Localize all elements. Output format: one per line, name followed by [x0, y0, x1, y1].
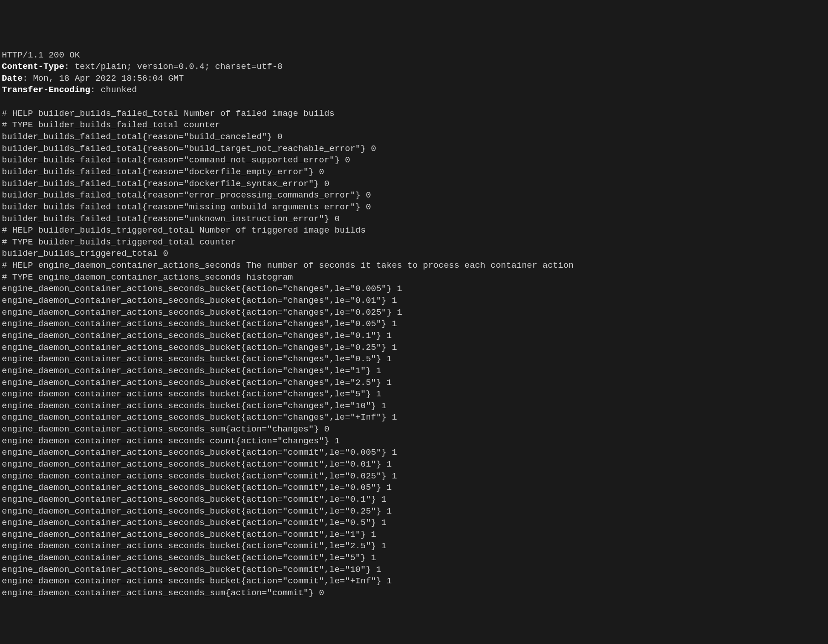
- metric-line: engine_daemon_container_actions_seconds_…: [2, 389, 826, 400]
- metric-line: engine_daemon_container_actions_seconds_…: [2, 482, 826, 494]
- metric-line: engine_daemon_container_actions_seconds_…: [2, 459, 826, 471]
- http-header-0: Content-Type: text/plain; version=0.0.4;…: [2, 61, 826, 73]
- metric-line: builder_builds_triggered_total 0: [2, 248, 826, 260]
- metric-line: engine_daemon_container_actions_seconds_…: [2, 424, 826, 436]
- metric-line: engine_daemon_container_actions_seconds_…: [2, 564, 826, 576]
- metric-line: builder_builds_failed_total{reason="dock…: [2, 178, 826, 190]
- metric-line: engine_daemon_container_actions_seconds_…: [2, 377, 826, 389]
- metric-line: engine_daemon_container_actions_seconds_…: [2, 471, 826, 483]
- metric-line: engine_daemon_container_actions_seconds_…: [2, 307, 826, 319]
- metric-line: builder_builds_failed_total{reason="dock…: [2, 166, 826, 178]
- metric-line: engine_daemon_container_actions_seconds_…: [2, 330, 826, 342]
- metric-line: builder_builds_failed_total{reason="erro…: [2, 190, 826, 202]
- blank-line: [2, 96, 826, 108]
- metric-line: engine_daemon_container_actions_seconds_…: [2, 587, 826, 599]
- metric-line: # TYPE builder_builds_failed_total count…: [2, 119, 826, 131]
- metric-line: # TYPE engine_daemon_container_actions_s…: [2, 272, 826, 284]
- metric-line: engine_daemon_container_actions_seconds_…: [2, 412, 826, 424]
- header-name-0: Content-Type: [2, 62, 64, 72]
- metrics-body: # HELP builder_builds_failed_total Numbe…: [2, 108, 826, 599]
- http-header-2: Transfer-Encoding: chunked: [2, 84, 826, 96]
- metric-line: engine_daemon_container_actions_seconds_…: [2, 318, 826, 330]
- http-status-line: HTTP/1.1 200 OK: [2, 50, 826, 62]
- metric-line: builder_builds_failed_total{reason="buil…: [2, 131, 826, 143]
- metric-line: engine_daemon_container_actions_seconds_…: [2, 436, 826, 447]
- metric-line: engine_daemon_container_actions_seconds_…: [2, 400, 826, 412]
- metric-line: engine_daemon_container_actions_seconds_…: [2, 295, 826, 307]
- metric-line: # TYPE builder_builds_triggered_total co…: [2, 237, 826, 249]
- header-value-0: text/plain; version=0.0.4; charset=utf-8: [75, 62, 283, 72]
- metric-line: engine_daemon_container_actions_seconds_…: [2, 342, 826, 354]
- metric-line: # HELP builder_builds_triggered_total Nu…: [2, 225, 826, 237]
- metric-line: engine_daemon_container_actions_seconds_…: [2, 576, 826, 587]
- header-value-2: chunked: [101, 85, 137, 95]
- http-header-1: Date: Mon, 18 Apr 2022 18:56:04 GMT: [2, 73, 826, 85]
- metric-line: engine_daemon_container_actions_seconds_…: [2, 447, 826, 459]
- metric-line: engine_daemon_container_actions_seconds_…: [2, 517, 826, 529]
- metric-line: engine_daemon_container_actions_seconds_…: [2, 552, 826, 564]
- metric-line: engine_daemon_container_actions_seconds_…: [2, 365, 826, 377]
- metric-line: engine_daemon_container_actions_seconds_…: [2, 506, 826, 518]
- metric-line: # HELP builder_builds_failed_total Numbe…: [2, 108, 826, 120]
- metric-line: builder_builds_failed_total{reason="miss…: [2, 202, 826, 213]
- metric-line: builder_builds_failed_total{reason="comm…: [2, 155, 826, 166]
- metric-line: engine_daemon_container_actions_seconds_…: [2, 540, 826, 552]
- metric-line: engine_daemon_container_actions_seconds_…: [2, 494, 826, 506]
- header-value-1: Mon, 18 Apr 2022 18:56:04 GMT: [33, 73, 184, 83]
- header-name-1: Date: [2, 73, 23, 83]
- metric-line: # HELP engine_daemon_container_actions_s…: [2, 260, 826, 272]
- header-name-2: Transfer-Encoding: [2, 85, 90, 95]
- metric-line: builder_builds_failed_total{reason="buil…: [2, 143, 826, 155]
- metric-line: engine_daemon_container_actions_seconds_…: [2, 283, 826, 295]
- metric-line: builder_builds_failed_total{reason="unkn…: [2, 213, 826, 225]
- metric-line: engine_daemon_container_actions_seconds_…: [2, 353, 826, 365]
- metric-line: engine_daemon_container_actions_seconds_…: [2, 529, 826, 541]
